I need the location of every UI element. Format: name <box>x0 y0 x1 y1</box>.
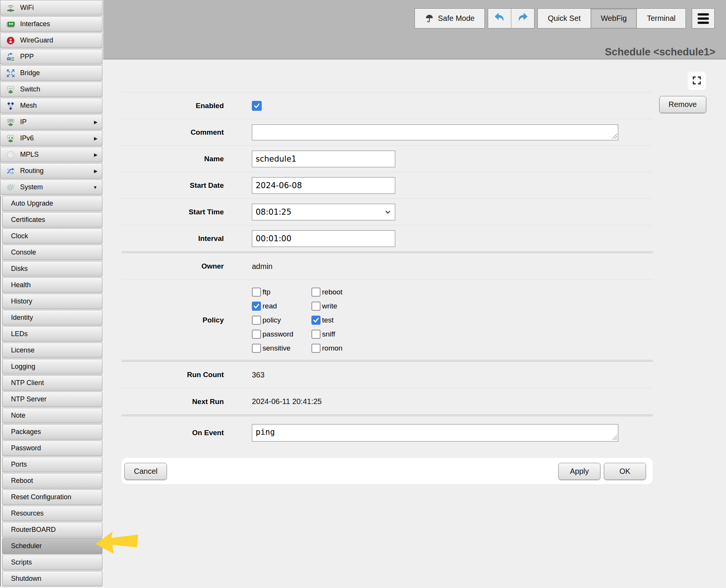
on-event-row: On Event ping <box>121 416 653 450</box>
sidebar-item-label: Scripts <box>11 558 32 566</box>
interfaces-icon <box>6 20 16 29</box>
sidebar-item-switch[interactable]: Switch <box>0 82 102 97</box>
start-time-row: Start Time 08:01:25 <box>121 198 653 225</box>
ok-button[interactable]: OK <box>604 463 646 480</box>
sidebar-item-ppp[interactable]: PPP <box>0 49 102 64</box>
sidebar-item-label: NTP Server <box>11 395 47 403</box>
undo-button[interactable] <box>488 8 511 28</box>
sidebar-item-label: Identity <box>11 314 33 322</box>
sidebar-item-auto-upgrade[interactable]: Auto Upgrade <box>2 196 102 211</box>
start-time-select[interactable]: 08:01:25 <box>252 204 395 220</box>
tab-terminal[interactable]: Terminal <box>637 8 686 28</box>
sidebar-item-health[interactable]: Health <box>2 277 102 293</box>
sidebar-item-mpls[interactable]: MPLS▶ <box>0 147 102 162</box>
sidebar-item-label: IPv6 <box>20 134 34 142</box>
chevron-right-icon: ▶ <box>94 119 97 125</box>
on-event-input[interactable]: ping <box>252 424 618 442</box>
sidebar-item-packages[interactable]: Packages <box>2 424 102 440</box>
policy-option-policy: policy <box>252 316 311 325</box>
password-checkbox[interactable] <box>252 330 261 339</box>
sidebar-item-label: Bridge <box>20 69 40 77</box>
sidebar-item-leds[interactable]: LEDs <box>2 326 102 342</box>
policy-option-label: write <box>322 302 337 310</box>
start-date-input[interactable] <box>252 177 395 194</box>
write-checkbox[interactable] <box>311 302 321 311</box>
sensitive-checkbox[interactable] <box>252 344 261 353</box>
test-checkbox[interactable] <box>311 316 321 325</box>
fullscreen-button[interactable] <box>688 72 706 90</box>
interval-input[interactable] <box>252 230 395 247</box>
redo-button[interactable] <box>511 8 534 28</box>
sidebar-item-label: WireGuard <box>20 36 53 44</box>
sidebar-item-system[interactable]: System▼ <box>0 179 102 195</box>
comment-input[interactable] <box>252 124 618 140</box>
sidebar-item-label: Resources <box>11 509 44 517</box>
romon-checkbox[interactable] <box>311 344 321 353</box>
sidebar-item-reboot[interactable]: Reboot <box>2 473 102 489</box>
sidebar-item-scheduler[interactable]: Scheduler <box>2 538 102 554</box>
mpls-icon <box>6 150 16 159</box>
policy-option-label: sniff <box>322 330 335 338</box>
sidebar-item-license[interactable]: License <box>2 343 102 358</box>
ip-icon: 255 <box>6 118 16 127</box>
sidebar-item-resources[interactable]: Resources <box>2 506 102 521</box>
sidebar-item-label: Packages <box>11 428 41 436</box>
hamburger-menu-button[interactable] <box>692 8 715 28</box>
sniff-checkbox[interactable] <box>311 330 321 339</box>
remove-button[interactable]: Remove <box>659 96 706 113</box>
tab-webfig[interactable]: WebFig <box>591 8 637 28</box>
page-title: Schedule <schedule1> <box>605 46 715 58</box>
sidebar-item-routing[interactable]: Routing▶ <box>0 163 102 179</box>
sidebar-item-ntp-client[interactable]: NTP Client <box>2 375 102 391</box>
safe-mode-button[interactable]: Safe Mode <box>415 8 485 28</box>
sidebar-item-ip[interactable]: 255IP▶ <box>0 114 102 130</box>
fullscreen-icon <box>692 75 702 86</box>
policy-option-romon: romon <box>311 344 343 353</box>
cancel-button[interactable]: Cancel <box>124 463 167 480</box>
header-band: Safe Mode Quick Set WebFig T <box>0 0 726 59</box>
tab-quick-set[interactable]: Quick Set <box>537 8 591 28</box>
interval-label: Interval <box>121 234 224 243</box>
sidebar-item-clock[interactable]: Clock <box>2 228 102 244</box>
svg-text:255: 255 <box>8 119 13 123</box>
sidebar-item-ports[interactable]: Ports <box>2 457 102 472</box>
sidebar-item-reset-configuration[interactable]: Reset Configuration <box>2 489 102 505</box>
policy-option-test: test <box>311 316 343 325</box>
sidebar-item-note[interactable]: Note <box>2 408 102 423</box>
sidebar-item-ipv6[interactable]: 6IPv6▶ <box>0 130 102 146</box>
sidebar-item-logging[interactable]: Logging <box>2 359 102 374</box>
sidebar-item-interfaces[interactable]: Interfaces <box>0 16 102 32</box>
policy-option-label: test <box>322 316 334 324</box>
enabled-checkbox[interactable] <box>252 101 262 111</box>
sidebar-item-mesh[interactable]: Mesh <box>0 98 102 113</box>
read-checkbox[interactable] <box>252 302 261 311</box>
sidebar-item-certificates[interactable]: Certificates <box>2 212 102 228</box>
comment-label: Comment <box>121 128 224 137</box>
sidebar-item-ntp-server[interactable]: NTP Server <box>2 391 102 407</box>
policy-checkbox[interactable] <box>252 316 261 325</box>
sidebar-item-label: Console <box>11 248 36 256</box>
interval-row: Interval <box>121 225 653 252</box>
apply-button[interactable]: Apply <box>558 463 600 480</box>
name-input[interactable] <box>252 151 395 167</box>
sidebar-item-label: License <box>11 346 35 354</box>
action-bar: Cancel Apply OK <box>121 458 653 484</box>
sidebar-item-wireguard[interactable]: WireGuard <box>0 33 102 48</box>
sidebar-item-wifi[interactable]: WiFi <box>0 0 102 16</box>
sidebar-item-shutdown[interactable]: Shutdown <box>2 571 102 586</box>
sidebar-item-password[interactable]: Password <box>2 440 102 456</box>
sidebar-item-label: Shutdown <box>11 575 41 583</box>
sidebar-item-label: Clock <box>11 232 28 240</box>
sidebar-item-history[interactable]: History <box>2 294 102 309</box>
name-row: Name <box>121 145 653 172</box>
sidebar-item-console[interactable]: Console <box>2 245 102 260</box>
sidebar-item-scripts[interactable]: Scripts <box>2 555 102 570</box>
sidebar-item-identity[interactable]: Identity <box>2 310 102 325</box>
policy-label: Policy <box>121 316 224 324</box>
sidebar-item-routerboard[interactable]: RouterBOARD <box>2 522 102 538</box>
policy-option-label: romon <box>322 344 343 352</box>
sidebar-item-bridge[interactable]: Bridge <box>0 65 102 81</box>
sidebar-item-disks[interactable]: Disks <box>2 261 102 277</box>
reboot-checkbox[interactable] <box>311 288 321 297</box>
ftp-checkbox[interactable] <box>252 288 261 297</box>
